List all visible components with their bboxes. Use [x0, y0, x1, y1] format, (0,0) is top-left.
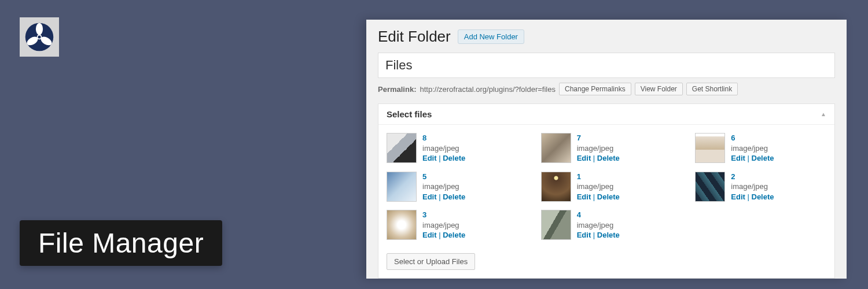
edit-link[interactable]: Edit [422, 154, 437, 162]
file-item: 8image/jpegEdit | Delete [387, 133, 518, 164]
edit-link[interactable]: Edit [731, 154, 745, 162]
collapse-toggle-icon[interactable]: ▲ [821, 111, 826, 117]
separator: | [437, 154, 443, 162]
separator: | [437, 192, 443, 201]
delete-link[interactable]: Delete [443, 192, 465, 201]
file-item: 5image/jpegEdit | Delete [387, 172, 518, 202]
file-id-link[interactable]: 6 [731, 133, 774, 143]
file-mime: image/jpeg [422, 143, 465, 154]
banner-title: File Manager [20, 220, 222, 266]
file-id-link[interactable]: 8 [422, 133, 465, 143]
file-mime: image/jpeg [731, 143, 774, 154]
file-thumbnail[interactable] [695, 133, 725, 163]
file-meta: 3image/jpegEdit | Delete [422, 210, 465, 240]
file-id-link[interactable]: 5 [422, 172, 465, 182]
file-grid: 8image/jpegEdit | Delete7image/jpegEdit … [378, 125, 834, 249]
separator: | [745, 192, 752, 201]
svg-point-1 [36, 23, 43, 35]
delete-link[interactable]: Delete [443, 154, 465, 162]
select-files-metabox: Select files ▲ 8image/jpegEdit | Delete7… [378, 103, 835, 279]
file-actions: Edit | Delete [577, 192, 620, 202]
file-meta: 2image/jpegEdit | Delete [731, 172, 774, 202]
file-id-link[interactable]: 7 [577, 133, 620, 143]
file-item: 1image/jpegEdit | Delete [541, 172, 672, 202]
file-mime: image/jpeg [577, 143, 620, 154]
permalink-url: http://zerofractal.org/plugins/?folder=f… [420, 85, 556, 94]
file-mime: image/jpeg [731, 181, 774, 192]
file-mime: image/jpeg [422, 181, 465, 192]
file-meta: 7image/jpegEdit | Delete [577, 133, 620, 164]
file-item: 3image/jpegEdit | Delete [387, 210, 518, 240]
permalink-label: Permalink: [378, 85, 416, 94]
file-thumbnail[interactable] [387, 210, 417, 240]
separator: | [591, 154, 597, 162]
edit-link[interactable]: Edit [577, 154, 591, 162]
file-id-link[interactable]: 3 [422, 210, 465, 220]
file-id-link[interactable]: 4 [577, 210, 620, 220]
metabox-title: Select files [387, 109, 432, 119]
get-shortlink-button[interactable]: Get Shortlink [686, 83, 738, 95]
metabox-header[interactable]: Select files ▲ [378, 104, 834, 125]
file-thumbnail[interactable] [387, 172, 417, 202]
edit-link[interactable]: Edit [577, 231, 591, 239]
delete-link[interactable]: Delete [597, 231, 620, 239]
add-new-folder-button[interactable]: Add New Folder [458, 29, 524, 44]
delete-link[interactable]: Delete [443, 231, 465, 239]
file-actions: Edit | Delete [731, 192, 774, 202]
file-actions: Edit | Delete [422, 192, 465, 202]
change-permalinks-button[interactable]: Change Permalinks [559, 83, 631, 95]
file-mime: image/jpeg [577, 181, 620, 192]
file-actions: Edit | Delete [731, 153, 774, 164]
file-actions: Edit | Delete [422, 230, 465, 240]
file-actions: Edit | Delete [577, 153, 620, 164]
file-meta: 8image/jpegEdit | Delete [422, 133, 465, 164]
separator: | [591, 231, 597, 239]
page-header: Edit Folder Add New Folder [366, 20, 847, 50]
file-actions: Edit | Delete [577, 230, 620, 240]
delete-link[interactable]: Delete [752, 192, 774, 201]
file-meta: 4image/jpegEdit | Delete [577, 210, 620, 240]
view-folder-button[interactable]: View Folder [635, 83, 683, 95]
select-upload-button[interactable]: Select or Upload Files [387, 253, 475, 270]
file-thumbnail[interactable] [695, 172, 725, 202]
file-actions: Edit | Delete [422, 153, 465, 164]
file-item: 6image/jpegEdit | Delete [695, 133, 826, 164]
page-heading: Edit Folder [378, 28, 451, 46]
file-thumbnail[interactable] [541, 133, 571, 163]
svg-point-5 [38, 35, 41, 38]
file-item: 4image/jpegEdit | Delete [541, 210, 672, 240]
file-mime: image/jpeg [422, 220, 465, 231]
edit-link[interactable]: Edit [577, 192, 591, 201]
edit-link[interactable]: Edit [422, 231, 437, 239]
file-id-link[interactable]: 1 [577, 172, 620, 182]
separator: | [745, 154, 752, 162]
file-item: 7image/jpegEdit | Delete [541, 133, 672, 164]
file-id-link[interactable]: 2 [731, 172, 774, 182]
file-thumbnail[interactable] [541, 172, 571, 202]
permalink-row: Permalink: http://zerofractal.org/plugin… [378, 83, 835, 95]
folder-title-input[interactable]: Files [378, 53, 835, 78]
wp-admin-panel: Edit Folder Add New Folder Files Permali… [366, 20, 847, 279]
file-thumbnail[interactable] [387, 133, 417, 163]
file-mime: image/jpeg [577, 220, 620, 231]
edit-link[interactable]: Edit [731, 192, 745, 201]
separator: | [437, 231, 443, 239]
plugin-logo [20, 17, 59, 57]
file-meta: 6image/jpegEdit | Delete [731, 133, 774, 164]
file-meta: 1image/jpegEdit | Delete [577, 172, 620, 202]
delete-link[interactable]: Delete [597, 192, 620, 201]
file-meta: 5image/jpegEdit | Delete [422, 172, 465, 202]
file-thumbnail[interactable] [541, 210, 571, 240]
edit-link[interactable]: Edit [422, 192, 437, 201]
propeller-icon [24, 22, 54, 52]
delete-link[interactable]: Delete [752, 154, 774, 162]
separator: | [591, 192, 597, 201]
file-item: 2image/jpegEdit | Delete [695, 172, 826, 202]
delete-link[interactable]: Delete [597, 154, 620, 162]
